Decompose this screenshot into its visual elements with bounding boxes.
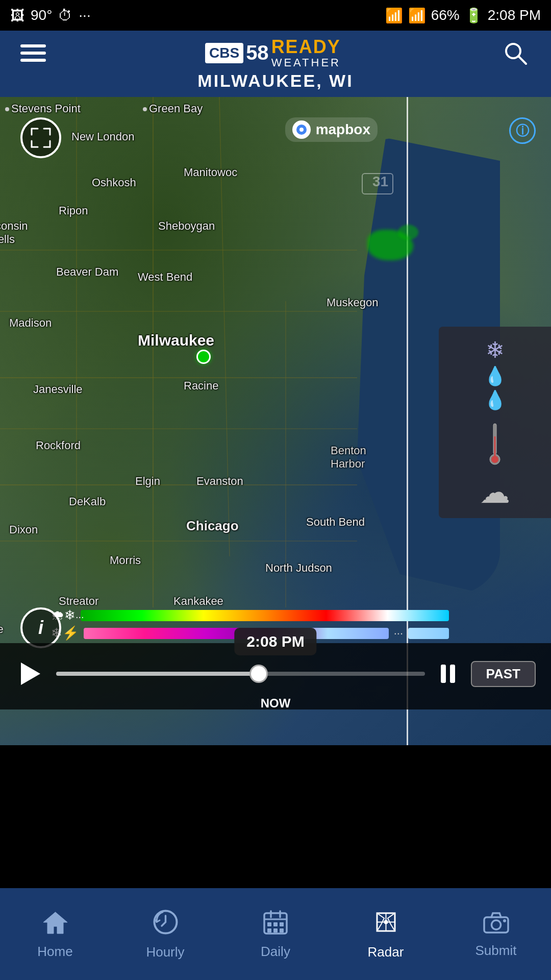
cbs-logo: CBS [205,43,243,63]
nav-item-hourly[interactable]: Hourly [124,908,206,960]
city-streator: Streator [59,595,98,608]
search-button[interactable] [500,38,531,68]
city-benton-harbor: BentonHarbor [331,444,366,471]
status-bar: 🖼 90° ⏱ ··· 📶 📶 66% 🔋 2:08 PM [0,0,551,31]
city-madison: Madison [9,316,52,330]
svg-rect-36 [267,928,271,933]
past-button[interactable]: PAST [471,661,536,687]
timeline-fill [56,672,259,676]
legend-bar-ice [408,628,449,639]
channel-number: 58 [246,41,269,64]
city-oshkosh: Oshkosh [92,176,136,189]
map-info-button[interactable]: ⓘ [509,117,536,144]
pause-bar-right [450,665,455,683]
thermometer-icon [487,421,503,467]
camera-icon [482,910,510,939]
app-logo: CBS 58 READY WEATHER [205,37,341,69]
now-label: NOW [261,696,291,710]
map-background: 31 Stevens Point Green Bay New London Ma… [0,97,551,745]
city-nee: nee [0,623,4,636]
timeline-track[interactable] [56,672,425,676]
city-kankakee: Kankakee [173,595,223,608]
city-north-judson: North Judson [265,561,332,575]
nav-label-submit: Submit [475,943,517,959]
weather-overlay-panel: ❄ 💧 💧 ☁ [439,327,551,518]
svg-point-41 [384,920,388,924]
city-new-london: New London [71,130,135,143]
pause-button[interactable] [435,661,461,687]
svg-rect-34 [273,922,278,926]
city-stevens-point: Stevens Point [5,102,81,115]
nav-item-radar[interactable]: Radar [345,908,427,960]
city-label: MILWAUKEE, WI [197,71,353,91]
home-icon [41,909,69,940]
svg-rect-38 [280,928,284,933]
city-elgin: Elgin [135,475,160,488]
city-dekalb: DeKalb [69,495,106,508]
bottom-navigation: Home Hourly [0,888,551,980]
svg-line-1 [518,56,526,64]
pause-bar-left [441,665,446,683]
city-manitowoc: Manitowoc [184,166,237,179]
city-dixon: Dixon [9,523,38,536]
clock-back-icon [152,908,180,940]
dots-icon: ··· [79,7,90,23]
battery-text: 66% [431,7,460,23]
radar-map-icon [372,908,400,940]
signal-icon: 📶 [408,7,426,24]
radar-scrubber[interactable]: 2:08 PM PAST NOW [0,643,551,709]
city-beaver-dam: Beaver Dam [56,265,118,279]
app-header: CBS 58 READY WEATHER MILWAUKEE, WI [0,31,551,97]
photo-icon: 🖼 [10,7,24,24]
ready-text: READY [271,37,341,57]
battery-icon: 🔋 [465,7,483,24]
city-chicago: Chicago [186,518,239,534]
nav-item-submit[interactable]: Submit [455,910,537,959]
legend-snow-detail: ··· [394,627,403,640]
calendar-grid-icon [262,909,289,940]
map-expand-button[interactable] [20,117,61,158]
nav-item-daily[interactable]: Daily [235,909,316,960]
nav-label-hourly: Hourly [146,944,184,960]
milwaukee-location-dot [196,350,211,364]
city-south-bend: South Bend [306,516,365,529]
weather-text: WEATHER [271,57,341,69]
svg-point-15 [299,128,304,132]
city-muskegon: Muskegon [327,296,379,309]
rain-drop-icon: 💧 [484,365,507,387]
svg-rect-33 [267,922,271,926]
status-right: 📶 📶 66% 🔋 2:08 PM [385,7,541,24]
status-left: 🖼 90° ⏱ ··· [10,7,91,24]
timeline-thumb[interactable] [249,665,268,683]
mapbox-logo: mapbox [285,117,378,142]
city-milwaukee: Milwaukee [138,332,214,349]
menu-button[interactable] [20,44,46,62]
legend-info-button[interactable]: i [20,607,61,648]
city-ripon: Ripon [59,204,88,217]
clock-time: 2:08 PM [488,7,541,23]
cloud-icon: ☁ [480,477,510,508]
nav-label-daily: Daily [261,944,290,960]
svg-point-43 [491,920,500,929]
city-west-bend: West Bend [138,271,192,284]
rain-snow-icon: ❄ 💧 💧 [484,337,507,411]
city-morris: Morris [110,554,141,567]
svg-rect-37 [273,928,278,933]
city-janesville: Janesville [33,383,83,396]
city-wisconsin-dells: sconsinDells [0,219,28,246]
city-green-bay: Green Bay [143,102,203,115]
rain-drop-icon-2: 💧 [484,389,507,411]
nav-label-radar: Radar [368,944,404,960]
mapbox-circle-icon [292,120,311,139]
nav-item-home[interactable]: Home [14,909,96,960]
alarm-icon: ⏱ [58,7,72,24]
play-button[interactable] [15,658,46,689]
nav-label-home: Home [37,944,72,960]
mapbox-text: mapbox [316,121,370,138]
city-sheboygan: Sheboygan [158,219,215,233]
current-time-bubble: 2:08 PM [234,628,316,655]
radar-precipitation-blob-2 [398,225,418,240]
play-triangle-icon [21,663,40,685]
radar-legend-bar-precipitation: ··· [81,610,449,621]
map-container[interactable]: 31 Stevens Point Green Bay New London Ma… [0,97,551,745]
